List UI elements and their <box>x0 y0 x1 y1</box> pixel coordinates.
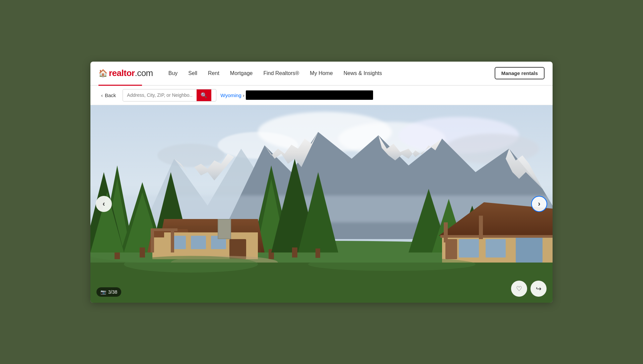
svg-rect-30 <box>292 247 297 258</box>
nav-buy[interactable]: Buy <box>164 68 183 79</box>
search-input[interactable] <box>123 90 197 100</box>
photo-count: 3/38 <box>108 289 117 295</box>
property-image-section: ‹ › 📷 3/38 ♡ ↪ <box>90 105 553 303</box>
svg-rect-52 <box>459 239 479 258</box>
search-bar: ‹ Back 🔍 Wyoming › <box>90 86 553 105</box>
nav-find-realtors[interactable]: Find Realtors® <box>259 68 304 79</box>
svg-rect-56 <box>440 235 553 238</box>
breadcrumb-redacted-value <box>246 90 373 100</box>
back-button[interactable]: ‹ Back <box>98 91 119 99</box>
search-icon: 🔍 <box>201 92 207 98</box>
breadcrumb-separator: › <box>243 92 244 98</box>
svg-rect-32 <box>315 248 320 258</box>
logo-underline <box>98 85 142 86</box>
navbar: 🏠 realtor.com Buy Sell Rent Mortgage Fin… <box>90 62 553 86</box>
prev-arrow-icon: ‹ <box>102 200 105 208</box>
nav-news-insights[interactable]: News & Insights <box>339 68 387 79</box>
main-lodge <box>147 219 265 259</box>
svg-rect-49 <box>218 220 230 238</box>
svg-rect-54 <box>516 237 543 263</box>
share-button[interactable]: ↪ <box>530 281 547 297</box>
svg-rect-53 <box>486 239 506 258</box>
nav-links: Buy Sell Rent Mortgage Find Realtors® My… <box>164 68 495 79</box>
svg-rect-42 <box>191 236 206 249</box>
nav-actions: Manage rentals <box>495 67 545 79</box>
next-arrow-icon: › <box>538 200 540 208</box>
camera-icon: 📷 <box>100 289 106 295</box>
svg-rect-57 <box>444 222 448 242</box>
search-input-wrapper: 🔍 <box>123 89 216 101</box>
svg-rect-47 <box>151 228 177 231</box>
nav-sell[interactable]: Sell <box>184 68 202 79</box>
search-button[interactable]: 🔍 <box>197 89 211 101</box>
nav-mortgage[interactable]: Mortgage <box>225 68 258 79</box>
property-image <box>90 105 553 303</box>
manage-rentals-button[interactable]: Manage rentals <box>495 67 545 79</box>
svg-rect-45 <box>151 229 154 252</box>
heart-icon: ♡ <box>516 285 522 293</box>
svg-rect-46 <box>171 229 174 252</box>
home-icon: 🏠 <box>98 69 108 78</box>
svg-point-62 <box>308 258 476 271</box>
nav-rent[interactable]: Rent <box>203 68 224 79</box>
nav-my-home[interactable]: My Home <box>305 68 337 79</box>
browser-window: 🏠 realtor.com Buy Sell Rent Mortgage Fin… <box>90 62 553 303</box>
image-actions: ♡ ↪ <box>511 281 547 297</box>
svg-rect-22 <box>140 247 145 258</box>
back-chevron-icon: ‹ <box>101 92 103 98</box>
favorite-button[interactable]: ♡ <box>511 281 527 297</box>
breadcrumb: Wyoming › <box>220 90 373 100</box>
share-icon: ↪ <box>536 285 542 293</box>
logo-text: realtor.com <box>109 68 153 78</box>
svg-rect-58 <box>479 216 483 239</box>
next-photo-button[interactable]: › <box>531 196 547 212</box>
photo-counter: 📷 3/38 <box>96 287 121 297</box>
back-label: Back <box>105 92 116 98</box>
logo[interactable]: 🏠 realtor.com <box>98 68 153 78</box>
svg-point-61 <box>124 256 258 273</box>
breadcrumb-state-link[interactable]: Wyoming <box>220 92 241 98</box>
prev-photo-button[interactable]: ‹ <box>96 196 112 212</box>
